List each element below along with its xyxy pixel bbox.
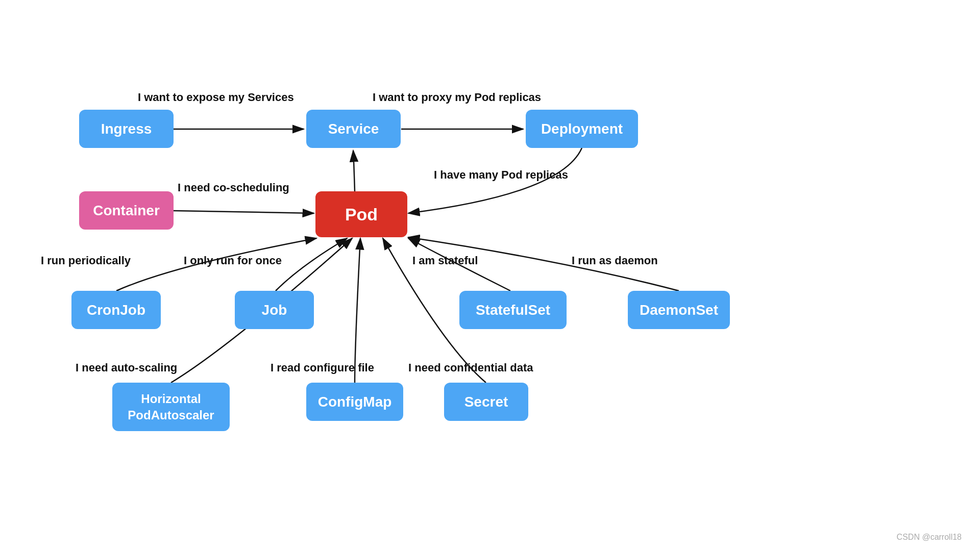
node-job: Job bbox=[235, 291, 314, 329]
node-container: Container bbox=[79, 191, 174, 230]
node-daemonset: DaemonSet bbox=[628, 291, 730, 329]
label-many-replicas: I have many Pod replicas bbox=[434, 168, 568, 182]
node-configmap: ConfigMap bbox=[306, 383, 403, 421]
label-configure-file: I read configure file bbox=[271, 361, 374, 374]
node-pod: Pod bbox=[315, 191, 407, 237]
svg-line-3 bbox=[174, 211, 314, 213]
label-run-periodically: I run periodically bbox=[41, 254, 131, 267]
node-ingress: Ingress bbox=[79, 110, 174, 148]
node-cronjob: CronJob bbox=[71, 291, 161, 329]
label-run-daemon: I run as daemon bbox=[572, 254, 658, 267]
label-expose-services: I want to expose my Services bbox=[138, 91, 294, 104]
label-auto-scaling: I need auto-scaling bbox=[76, 361, 177, 374]
arrows-svg bbox=[0, 0, 980, 551]
watermark: CSDN @carroll18 bbox=[897, 533, 962, 542]
node-secret: Secret bbox=[444, 383, 528, 421]
label-co-scheduling: I need co-scheduling bbox=[178, 181, 289, 194]
node-service: Service bbox=[306, 110, 401, 148]
label-confidential: I need confidential data bbox=[408, 361, 533, 374]
label-am-stateful: I am stateful bbox=[412, 254, 478, 267]
node-hpa: HorizontalPodAutoscaler bbox=[112, 383, 230, 431]
diagram: Ingress Service Deployment Container Pod… bbox=[0, 0, 980, 551]
node-deployment: Deployment bbox=[526, 110, 638, 148]
node-statefulset: StatefulSet bbox=[459, 291, 567, 329]
label-run-once: I only run for once bbox=[184, 254, 282, 267]
label-proxy-replicas: I want to proxy my Pod replicas bbox=[373, 91, 541, 104]
